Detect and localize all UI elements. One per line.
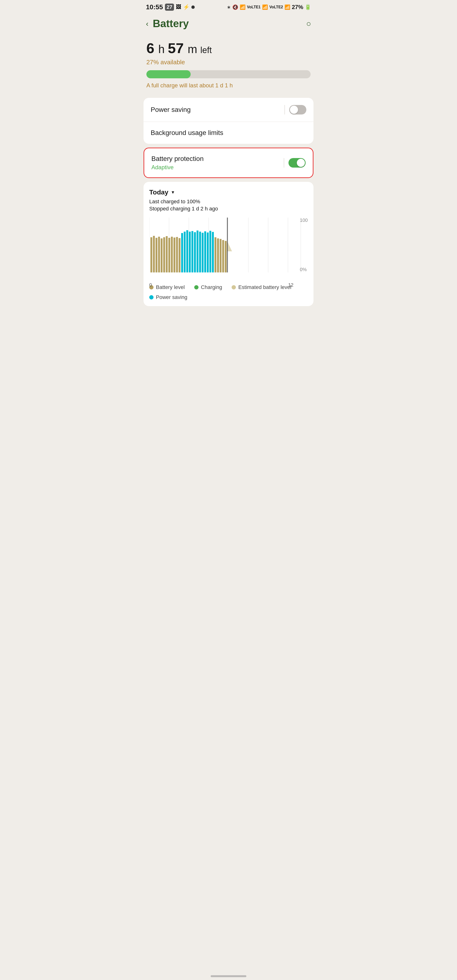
- svg-rect-29: [202, 233, 204, 272]
- page-title: Battery: [153, 18, 189, 30]
- settings-card-top: Power saving Background usage limits: [143, 98, 314, 144]
- svg-rect-17: [171, 237, 173, 272]
- svg-rect-33: [212, 232, 214, 272]
- battery-percent-status: 27%: [292, 4, 303, 11]
- svg-rect-22: [184, 232, 186, 272]
- svg-rect-35: [217, 238, 219, 272]
- photo-icon: 🖼: [176, 4, 181, 10]
- svg-rect-10: [153, 236, 155, 272]
- svg-rect-37: [222, 240, 224, 272]
- svg-rect-36: [220, 239, 221, 272]
- search-button[interactable]: ○: [306, 19, 311, 28]
- svg-rect-14: [163, 237, 165, 272]
- svg-rect-11: [155, 238, 157, 272]
- svg-rect-13: [161, 238, 162, 272]
- svg-rect-9: [150, 237, 152, 272]
- cast-icon: ⚡: [183, 4, 189, 10]
- svg-rect-26: [194, 232, 196, 272]
- m-label: m: [188, 43, 201, 56]
- legend-label-power-saving: Power saving: [156, 294, 187, 301]
- background-usage-row[interactable]: Background usage limits: [143, 122, 314, 144]
- lte1-icon: VoLTE1: [247, 5, 261, 9]
- power-saving-toggle-area: [284, 105, 306, 115]
- status-right-icons: ∗ 🔇 📶 VoLTE1 📶 VoLTE2 📶 27% 🔋: [227, 4, 311, 11]
- usage-header: Today ▼: [149, 189, 308, 196]
- svg-rect-15: [166, 236, 168, 272]
- battery-protection-card[interactable]: Battery protection Adaptive: [143, 148, 314, 178]
- page-header: ‹ Battery ○: [139, 13, 318, 33]
- power-saving-toggle[interactable]: [289, 105, 306, 115]
- battery-percent-available: 27% available: [146, 59, 311, 66]
- battery-icon: 🔋: [305, 4, 311, 10]
- y-axis-labels: 100 0%: [300, 218, 308, 280]
- stopped-charging-text: Stopped charging 1 d 2 h ago: [149, 206, 308, 212]
- svg-rect-32: [209, 231, 211, 272]
- power-saving-label: Power saving: [151, 106, 191, 113]
- battery-chart: 100 0%: [149, 218, 308, 280]
- divider2: [284, 158, 284, 167]
- battery-protection-sub-label: Adaptive: [151, 164, 204, 171]
- battery-minutes: 57: [168, 40, 184, 56]
- svg-rect-20: [178, 238, 180, 272]
- svg-rect-34: [215, 237, 217, 272]
- battery-protection-toggle[interactable]: [288, 158, 306, 167]
- svg-rect-12: [158, 237, 160, 272]
- svg-rect-38: [225, 241, 226, 272]
- time-display: 10:55: [146, 3, 163, 11]
- chart-svg: [149, 218, 308, 280]
- battery-protection-main-label: Battery protection: [151, 155, 204, 162]
- y-bottom-label: 0%: [300, 267, 308, 272]
- status-time: 10:55 27 🖼 ⚡: [146, 3, 195, 11]
- battery-hours: 6: [146, 40, 154, 56]
- svg-rect-25: [191, 231, 193, 272]
- svg-marker-39: [227, 241, 232, 251]
- home-indicator: [211, 975, 246, 977]
- h-label: h: [158, 43, 168, 56]
- power-saving-row[interactable]: Power saving: [143, 98, 314, 122]
- full-charge-info: A full charge will last about 1 d 1 h: [146, 82, 311, 89]
- svg-rect-21: [181, 233, 183, 272]
- background-usage-label: Background usage limits: [151, 129, 223, 137]
- header-left: ‹ Battery: [146, 18, 189, 30]
- svg-rect-28: [199, 232, 201, 272]
- dot-icon: [191, 5, 195, 9]
- y-top-label: 100: [300, 218, 308, 223]
- svg-rect-24: [189, 232, 191, 272]
- signal1-icon: 📶: [262, 4, 268, 10]
- svg-rect-27: [197, 231, 199, 272]
- mute-icon: 🔇: [232, 4, 238, 10]
- usage-card: Today ▼ Last charged to 100% Stopped cha…: [143, 182, 314, 306]
- battery-info-section: 6 h 57 m left 27% available A full charg…: [139, 33, 318, 98]
- divider: [284, 105, 285, 115]
- battery-progress-bar: [146, 70, 311, 78]
- battery-progress-fill: [146, 70, 191, 78]
- svg-rect-30: [204, 231, 206, 272]
- x-label-12: 12: [288, 282, 293, 288]
- battery-protection-text: Battery protection Adaptive: [151, 155, 204, 171]
- usage-period-label: Today: [149, 189, 168, 196]
- lte2-icon: VoLTE2: [269, 5, 283, 9]
- left-label: left: [201, 45, 212, 55]
- toggle-knob: [290, 106, 298, 114]
- toggle-knob-2: [297, 159, 305, 167]
- period-dropdown-arrow[interactable]: ▼: [170, 190, 175, 195]
- battery-time-display: 6 h 57 m left: [146, 40, 311, 56]
- battery-protection-toggle-area: [284, 158, 306, 167]
- svg-rect-23: [186, 230, 188, 272]
- svg-rect-31: [207, 232, 209, 272]
- wifi-icon: 📶: [240, 4, 246, 10]
- bluetooth-icon: ∗: [227, 4, 231, 10]
- svg-rect-19: [176, 237, 178, 272]
- battery-protection-inner: Battery protection Adaptive: [144, 148, 313, 177]
- x-axis-labels: 0 12: [149, 280, 308, 288]
- legend-dot-power-saving: [149, 295, 153, 299]
- svg-rect-16: [168, 238, 170, 272]
- legend-power-saving: Power saving: [149, 294, 187, 301]
- last-charged-text: Last charged to 100%: [149, 199, 308, 205]
- svg-rect-18: [174, 237, 175, 272]
- back-button[interactable]: ‹: [146, 19, 148, 28]
- notif-count: 27: [165, 3, 174, 11]
- x-label-0: 0: [149, 282, 152, 288]
- signal2-icon: 📶: [284, 4, 290, 10]
- status-bar: 10:55 27 🖼 ⚡ ∗ 🔇 📶 VoLTE1 📶 VoLTE2 📶 27%…: [139, 0, 318, 13]
